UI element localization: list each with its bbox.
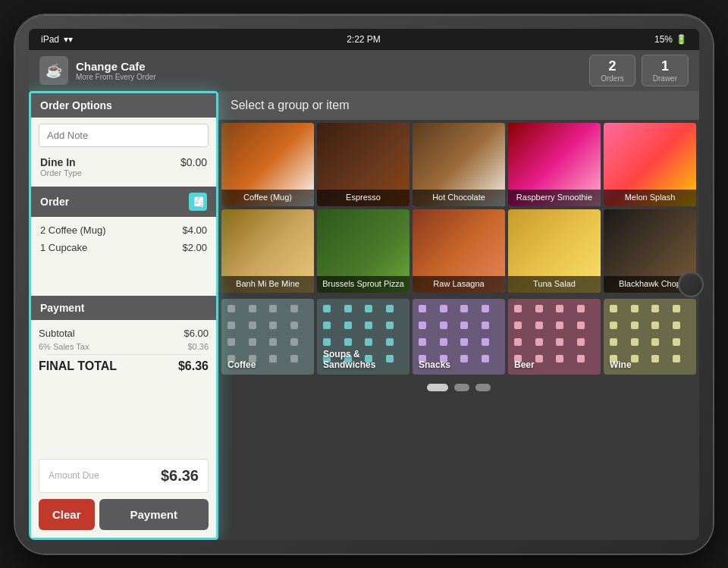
order-panel: Order Options Dine In Order Type $0.00 xyxy=(29,91,218,540)
menu-item-raspberry-smoothie[interactable]: Raspberry Smoothie xyxy=(508,123,601,206)
divider xyxy=(46,354,201,355)
category-snacks[interactable]: Snacks xyxy=(413,299,505,375)
menu-area: Select a group or item Coffee (Mug) Espr… xyxy=(218,91,699,540)
order-item: 1 Cupcake $2.00 xyxy=(39,239,209,256)
category-soups-sandwiches[interactable]: Soups &Sandwiches xyxy=(317,299,410,375)
order-options-body: Dine In Order Type $0.00 xyxy=(31,118,216,187)
page-dot-3[interactable] xyxy=(475,384,491,391)
pagination xyxy=(218,378,699,397)
menu-item-label: Melon Splash xyxy=(604,190,696,206)
category-grid: Coffee Soups &Sandwiches xyxy=(218,296,699,378)
battery-icon: 🔋 xyxy=(676,34,687,45)
total-row: FINAL TOTAL $6.36 xyxy=(39,356,209,376)
clear-button[interactable]: Clear xyxy=(39,499,95,530)
item-1-name: 2 Coffee (Mug) xyxy=(40,224,105,236)
dine-in-label: Dine In xyxy=(40,156,82,168)
total-label: FINAL TOTAL xyxy=(39,359,117,373)
subtotal-value: $6.00 xyxy=(184,328,209,339)
app-logo-icon: ☕ xyxy=(39,56,68,85)
menu-item-label: Espresso xyxy=(317,190,410,206)
amount-due-label: Amount Due xyxy=(49,470,99,481)
bottom-buttons: Clear Payment xyxy=(31,499,216,538)
order-options-title: Order Options xyxy=(40,99,112,111)
add-note-input[interactable] xyxy=(39,124,209,147)
menu-item-melon-splash[interactable]: Melon Splash xyxy=(604,123,696,206)
menu-item-raw-lasagna[interactable]: Raw Lasagna xyxy=(413,209,505,293)
order-header: Order 🧾 xyxy=(31,187,216,217)
wifi-icon: ▾▾ xyxy=(64,34,73,45)
category-label: Coffee xyxy=(228,359,256,370)
menu-item-brussels-pizza[interactable]: Brussels Sprout Pizza xyxy=(317,209,410,293)
menu-item-banh-mi[interactable]: Banh Mi Be Mine xyxy=(221,209,314,293)
dine-in-price: $0.00 xyxy=(180,156,207,168)
orders-count: 2 xyxy=(601,58,624,74)
category-label: Soups &Sandwiches xyxy=(323,349,375,370)
orders-button[interactable]: 2 Orders xyxy=(589,55,635,86)
payment-section: Subtotal $6.00 6% Sales Tax $0.36 FINAL … xyxy=(31,320,216,382)
menu-item-label: Coffee (Mug) xyxy=(221,190,314,206)
payment-button[interactable]: Payment xyxy=(99,499,209,530)
main-content: Order Options Dine In Order Type $0.00 xyxy=(29,91,699,540)
menu-item-label: Raw Lasagna xyxy=(413,276,505,292)
total-value: $6.36 xyxy=(178,359,209,373)
category-wine[interactable]: Wine xyxy=(604,299,696,375)
category-label: Wine xyxy=(610,359,632,370)
app-name: Change Cafe xyxy=(76,60,156,73)
spacer xyxy=(31,382,216,453)
drawer-label: Drawer xyxy=(653,74,677,83)
app-tagline: More From Every Order xyxy=(76,73,156,81)
menu-item-coffee-mug[interactable]: Coffee (Mug) xyxy=(221,123,314,206)
amount-due-value: $6.36 xyxy=(161,467,199,485)
menu-item-label: Hot Chocolate xyxy=(413,190,505,206)
menu-item-tuna-salad[interactable]: Tuna Salad xyxy=(508,209,601,293)
category-coffee[interactable]: Coffee xyxy=(221,299,314,375)
cafe-icon: ☕ xyxy=(46,62,62,79)
menu-header: Select a group or item xyxy=(218,91,699,120)
battery-label: 15% xyxy=(654,34,673,45)
tax-value: $0.36 xyxy=(187,342,209,351)
payment-title: Payment xyxy=(40,302,84,314)
order-item: 2 Coffee (Mug) $4.00 xyxy=(39,221,209,239)
payment-header: Payment xyxy=(31,296,216,320)
category-label: Beer xyxy=(514,359,535,370)
order-options-header: Order Options xyxy=(31,93,216,118)
menu-item-label: Tuna Salad xyxy=(508,276,601,292)
menu-item-label: Raspberry Smoothie xyxy=(508,190,601,206)
menu-items-grid: Coffee (Mug) Espresso Hot Chocolate Rasp… xyxy=(218,120,699,296)
menu-item-label: Banh Mi Be Mine xyxy=(221,276,314,292)
status-bar: iPad ▾▾ 2:22 PM 15% 🔋 xyxy=(29,29,699,50)
ipad-screen: iPad ▾▾ 2:22 PM 15% 🔋 ☕ Change Cafe More… xyxy=(29,29,699,540)
select-label: Select a group or item xyxy=(231,99,350,111)
ipad-device: iPad ▾▾ 2:22 PM 15% 🔋 ☕ Change Cafe More… xyxy=(15,15,713,554)
dine-in-info: Dine In Order Type xyxy=(40,156,82,177)
subtotal-row: Subtotal $6.00 xyxy=(39,326,209,340)
app-logo-text: Change Cafe More From Every Order xyxy=(76,60,156,81)
device-label: iPad xyxy=(41,34,59,45)
receipt-icon[interactable]: 🧾 xyxy=(189,193,207,211)
drawer-button[interactable]: 1 Drawer xyxy=(642,55,689,86)
tax-row: 6% Sales Tax $0.36 xyxy=(39,340,209,353)
dine-in-row: Dine In Order Type $0.00 xyxy=(39,153,209,180)
tax-label: 6% Sales Tax xyxy=(39,342,89,351)
order-items-list: 2 Coffee (Mug) $4.00 1 Cupcake $2.00 xyxy=(31,217,216,297)
category-beer[interactable]: Beer xyxy=(508,299,601,375)
item-2-price: $2.00 xyxy=(182,242,207,253)
menu-item-espresso[interactable]: Espresso xyxy=(317,123,410,206)
header-buttons: 2 Orders 1 Drawer xyxy=(589,55,689,86)
order-type-sublabel: Order Type xyxy=(40,168,82,177)
home-button[interactable] xyxy=(678,271,704,297)
category-label: Snacks xyxy=(419,359,450,370)
menu-item-label: Brussels Sprout Pizza xyxy=(317,276,410,292)
page-dot-2[interactable] xyxy=(454,384,469,391)
app-header: ☕ Change Cafe More From Every Order 2 Or… xyxy=(29,50,699,91)
menu-item-hot-chocolate[interactable]: Hot Chocolate xyxy=(413,123,505,206)
amount-due-box: Amount Due $6.36 xyxy=(39,459,209,493)
app-logo: ☕ Change Cafe More From Every Order xyxy=(39,56,156,85)
item-1-price: $4.00 xyxy=(182,224,207,236)
subtotal-label: Subtotal xyxy=(39,328,75,339)
order-title: Order xyxy=(40,196,69,208)
drawer-count: 1 xyxy=(653,58,677,74)
page-dot-1[interactable] xyxy=(427,384,448,391)
time-display: 2:22 PM xyxy=(347,34,381,45)
item-2-name: 1 Cupcake xyxy=(40,242,87,253)
